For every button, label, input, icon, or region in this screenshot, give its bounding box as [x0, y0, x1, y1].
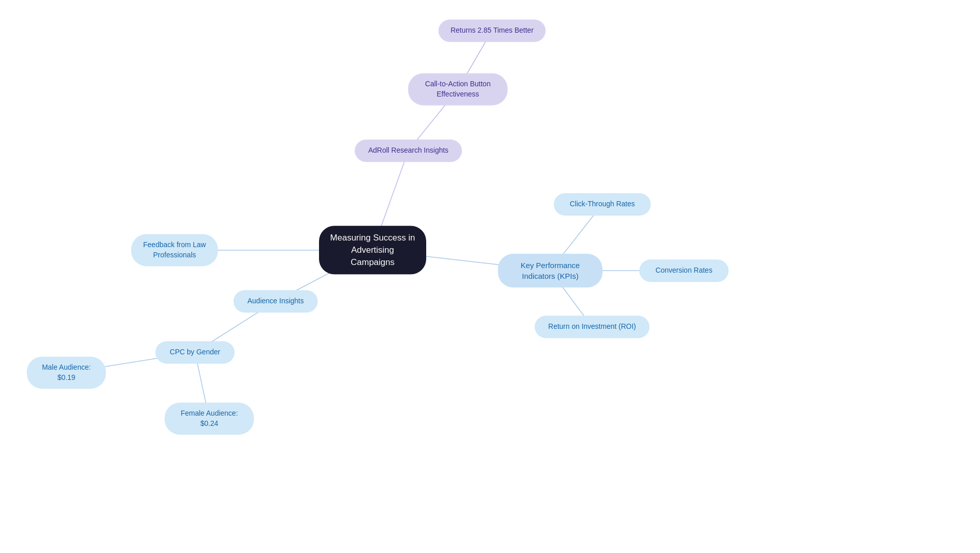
feedback-label: Feedback from Law Professionals [141, 240, 208, 260]
kpi-node: Key Performance Indicators (KPIs) [498, 254, 603, 287]
center-node: Measuring Success in Advertising Campaig… [319, 226, 426, 274]
male-label: Male Audience: $0.19 [37, 363, 96, 382]
adroll-node: AdRoll Research Insights [355, 139, 462, 162]
center-label: Measuring Success in Advertising Campaig… [329, 232, 416, 268]
female-node: Female Audience: $0.24 [165, 402, 254, 435]
ctr-label: Click-Through Rates [570, 199, 635, 209]
cpc-node: CPC by Gender [156, 341, 235, 364]
male-node: Male Audience: $0.19 [27, 356, 106, 389]
returns-node: Returns 2.85 Times Better [438, 19, 546, 42]
roi-label: Return on Investment (ROI) [548, 322, 636, 332]
audience-node: Audience Insights [234, 290, 318, 312]
audience-label: Audience Insights [248, 296, 304, 306]
roi-node: Return on Investment (ROI) [535, 316, 650, 338]
cta-node: Call-to-Action Button Effectiveness [408, 73, 508, 105]
mind-map: Measuring Success in Advertising Campaig… [0, 0, 980, 553]
kpi-label: Key Performance Indicators (KPIs) [508, 260, 593, 281]
ctr-node: Click-Through Rates [554, 193, 651, 215]
female-label: Female Audience: $0.24 [175, 408, 244, 428]
adroll-label: AdRoll Research Insights [368, 146, 448, 156]
cta-label: Call-to-Action Button Effectiveness [419, 79, 498, 99]
feedback-node: Feedback from Law Professionals [131, 234, 218, 266]
cpc-label: CPC by Gender [170, 347, 220, 357]
returns-label: Returns 2.85 Times Better [451, 26, 534, 36]
conversion-label: Conversion Rates [655, 266, 712, 276]
conversion-node: Conversion Rates [640, 259, 729, 282]
